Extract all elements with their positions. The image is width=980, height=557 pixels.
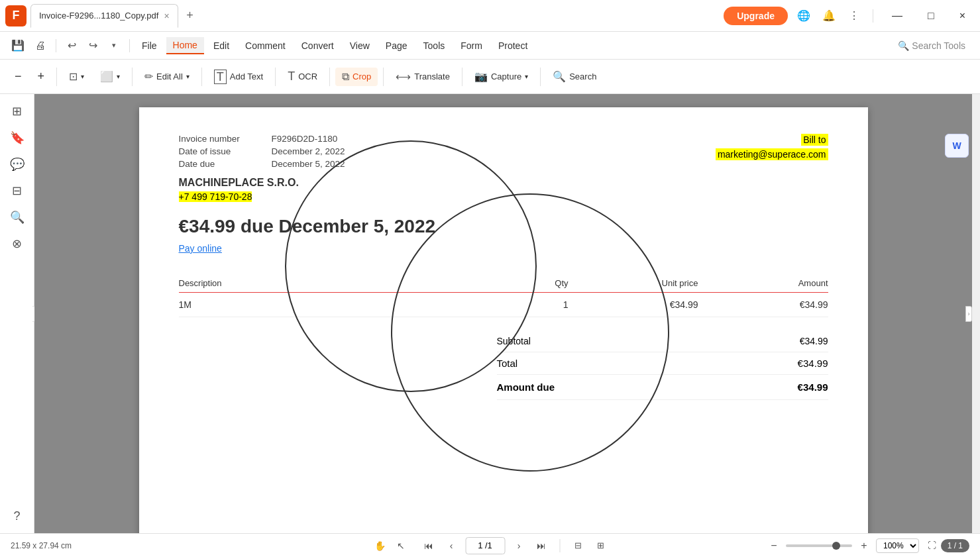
history-dropdown[interactable]: ▾	[104, 36, 124, 56]
active-tab[interactable]: Invoice-F9296...1180_Copy.pdf ×	[30, 4, 178, 28]
menu-form[interactable]: Form	[454, 38, 489, 54]
crop-button[interactable]: ⧉ Crop	[335, 68, 378, 86]
capture-label: Capture	[491, 72, 521, 81]
prev-page-button[interactable]: ‹	[443, 537, 460, 554]
pay-online-link[interactable]: Pay online	[179, 243, 222, 254]
total-value: €34.99	[798, 358, 828, 369]
rectangle-tool-button[interactable]: ⬜ ▾	[93, 67, 127, 86]
menu-home[interactable]: Home	[166, 37, 204, 54]
save-button[interactable]: 💾	[8, 36, 28, 56]
invoice-left: Invoice number F9296D2D-1180 Date of iss…	[179, 134, 345, 203]
zoom-out-button[interactable]: −	[8, 66, 28, 87]
menu-comment[interactable]: Comment	[239, 38, 292, 54]
crop-label: Crop	[353, 72, 371, 81]
subtotal-label: Subtotal	[497, 336, 531, 346]
sidebar-bookmark[interactable]: 🔖	[5, 126, 29, 150]
menu-convert[interactable]: Convert	[295, 38, 341, 54]
total-label: Total	[497, 358, 518, 369]
capture-dropdown-icon: ▾	[525, 73, 528, 80]
sidebar-help[interactable]: ?	[5, 504, 29, 528]
page-number-input[interactable]	[465, 537, 505, 554]
sidebar-panel-toggle[interactable]: ⊞	[5, 99, 29, 123]
minimize-button[interactable]: —	[883, 10, 912, 22]
table-row: 1M 1 €34.99 €34.99	[179, 293, 828, 317]
upgrade-button[interactable]: Upgrade	[724, 7, 788, 25]
cursor-tool-button[interactable]: ↖	[392, 537, 409, 554]
close-button[interactable]: ×	[950, 10, 975, 22]
invoice-header: Invoice number F9296D2D-1180 Date of iss…	[179, 134, 828, 203]
zoom-in-status-button[interactable]: +	[856, 538, 872, 554]
print-button[interactable]: 🖨	[30, 36, 50, 56]
translate-icon: ⟷	[396, 70, 411, 83]
sidebar-comment[interactable]: 💬	[5, 152, 29, 176]
rect-dropdown-icon: ▾	[117, 73, 120, 80]
menu-page[interactable]: Page	[379, 38, 414, 54]
col-header-unit-price: Unit price	[569, 274, 698, 293]
maximize-button[interactable]: □	[918, 10, 944, 22]
capture-button[interactable]: 📷 Capture ▾	[468, 67, 535, 86]
add-text-button[interactable]: T Add Text	[207, 66, 270, 87]
translate-label: Translate	[414, 72, 450, 81]
sidebar-search[interactable]: 🔍	[5, 205, 29, 229]
amount-due-row: Amount due €34.99	[497, 375, 828, 400]
menu-protect[interactable]: Protect	[492, 38, 534, 54]
date-due-row: Date due December 5, 2022	[179, 159, 345, 169]
search-tools-label: Search Tools	[912, 40, 965, 51]
col-header-description: Description	[179, 274, 504, 293]
menu-file[interactable]: File	[135, 38, 164, 54]
title-bar-right: Upgrade 🌐 🔔 ⋮ — □ ×	[724, 7, 975, 25]
ocr-button[interactable]: T OCR	[281, 66, 324, 87]
undo-button[interactable]: ↩	[62, 36, 82, 56]
word-plugin-button[interactable]: W	[945, 134, 969, 158]
next-page-button[interactable]: ›	[510, 537, 527, 554]
ocr-label: OCR	[298, 72, 317, 81]
amount-due-label: Amount due	[497, 381, 555, 393]
fit-page-button[interactable]: ⊟	[569, 537, 586, 554]
menu-tools[interactable]: Tools	[417, 38, 452, 54]
menu-edit[interactable]: Edit	[207, 38, 236, 54]
search-tools-icon: 🔍	[898, 40, 909, 51]
main-content: Invoice number F9296D2D-1180 Date of iss…	[34, 94, 972, 533]
amount-due-heading: €34.99 due December 5, 2022	[179, 216, 828, 237]
zoom-out-status-button[interactable]: −	[766, 538, 782, 554]
redo-button[interactable]: ↪	[83, 36, 103, 56]
search-tools-button[interactable]: 🔍 Search Tools	[891, 38, 972, 54]
row-unit-price: €34.99	[569, 293, 698, 317]
notification-icon[interactable]: 🔔	[820, 7, 838, 25]
pdf-page: Invoice number F9296D2D-1180 Date of iss…	[139, 107, 868, 533]
fit-width-button[interactable]: ⊞	[592, 537, 609, 554]
date-issue-label: Date of issue	[179, 146, 272, 156]
pdf-viewport[interactable]: Invoice number F9296D2D-1180 Date of iss…	[34, 94, 972, 533]
zoom-in-button[interactable]: +	[31, 66, 52, 87]
edit-dropdown-icon: ▾	[186, 73, 190, 80]
zoom-controls: − + 100% 75% 125% 150% 200% ⛶	[766, 537, 940, 554]
tab-filename: Invoice-F9296...1180_Copy.pdf	[39, 11, 158, 21]
more-options-icon[interactable]: ⋮	[845, 7, 863, 25]
tool-mode-group: ✋ ↖	[371, 537, 409, 554]
sidebar-layers[interactable]: ⊗	[5, 232, 29, 256]
select-icon: ⊡	[69, 70, 78, 83]
bill-to-label: Bill to	[801, 134, 828, 146]
select-tool-button[interactable]: ⊡ ▾	[62, 67, 91, 86]
hand-tool-button[interactable]: ✋	[371, 537, 388, 554]
first-page-button[interactable]: ⏮	[420, 537, 437, 554]
translate-button[interactable]: ⟷ Translate	[389, 67, 457, 86]
tab-close-icon[interactable]: ×	[164, 11, 169, 21]
menu-view[interactable]: View	[343, 38, 376, 54]
search-button[interactable]: 🔍 Search	[546, 67, 603, 86]
sidebar-pages[interactable]: ⊟	[5, 179, 29, 203]
account-icon[interactable]: 🌐	[794, 7, 813, 25]
crop-icon: ⧉	[342, 71, 349, 83]
right-panel-arrow[interactable]: ›	[965, 306, 972, 322]
capture-icon: 📷	[474, 70, 488, 83]
row-amount: €34.99	[698, 293, 828, 317]
last-page-button[interactable]: ⏭	[533, 537, 550, 554]
fullscreen-button[interactable]: ⛶	[923, 537, 940, 554]
zoom-select[interactable]: 100% 75% 125% 150% 200%	[876, 538, 919, 553]
amount-due-value: €34.99	[798, 381, 828, 393]
zoom-slider[interactable]	[786, 544, 852, 547]
add-tab-button[interactable]: +	[181, 7, 199, 25]
toolbar: − + ⊡ ▾ ⬜ ▾ ✏ Edit All ▾ T Add Text T OC…	[0, 60, 980, 94]
left-sidebar: ⊞ 🔖 💬 ⊟ 🔍 ⊗ ? ›	[0, 94, 34, 533]
edit-all-button[interactable]: ✏ Edit All ▾	[138, 67, 196, 86]
